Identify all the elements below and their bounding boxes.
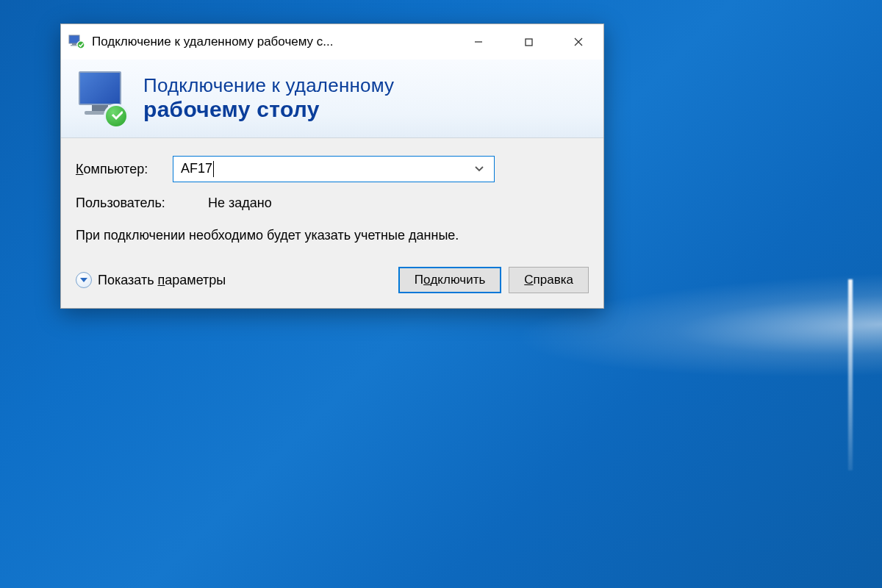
- rdp-dialog: Подключение к удаленному рабочему с... П…: [60, 24, 604, 309]
- expand-down-icon: [76, 272, 92, 288]
- rdp-icon: [74, 68, 133, 127]
- text-caret: [213, 161, 214, 177]
- user-label: Пользователь:: [76, 196, 208, 211]
- show-options-label: Показать параметры: [98, 273, 226, 288]
- dialog-body: Компьютер: AF17 Пользователь: Не задано …: [61, 138, 603, 308]
- chevron-down-icon[interactable]: [472, 165, 487, 173]
- user-row: Пользователь: Не задано: [76, 196, 589, 211]
- info-text: При подключении необходимо будет указать…: [76, 226, 589, 245]
- svg-point-3: [77, 41, 85, 49]
- app-icon: [68, 35, 86, 49]
- svg-rect-1: [72, 43, 76, 45]
- minimize-button[interactable]: [453, 24, 503, 60]
- computer-combobox[interactable]: AF17: [173, 156, 495, 182]
- banner: Подключение к удаленному рабочему столу: [61, 60, 603, 138]
- banner-title-line2: рабочему столу: [143, 97, 590, 122]
- window-controls: [453, 24, 603, 60]
- svg-marker-8: [80, 278, 87, 282]
- window-title: Подключение к удаленному рабочему с...: [92, 35, 334, 49]
- titlebar[interactable]: Подключение к удаленному рабочему с...: [61, 24, 603, 60]
- show-options-link[interactable]: Показать параметры: [76, 272, 226, 288]
- footer-row: Показать параметры Подключить Справка: [76, 267, 589, 293]
- close-button[interactable]: [553, 24, 603, 60]
- banner-title-line1: Подключение к удаленному: [143, 74, 590, 97]
- computer-field-row: Компьютер: AF17: [76, 156, 589, 182]
- svg-rect-5: [526, 39, 532, 46]
- banner-text: Подключение к удаленному рабочему столу: [143, 74, 590, 122]
- maximize-button[interactable]: [503, 24, 553, 60]
- help-button[interactable]: Справка: [509, 267, 589, 293]
- desktop-light-vertical: [848, 279, 853, 470]
- connect-button[interactable]: Подключить: [398, 267, 502, 293]
- user-value: Не задано: [208, 196, 272, 211]
- computer-label: Компьютер:: [76, 162, 164, 177]
- computer-input-value[interactable]: AF17: [181, 161, 472, 177]
